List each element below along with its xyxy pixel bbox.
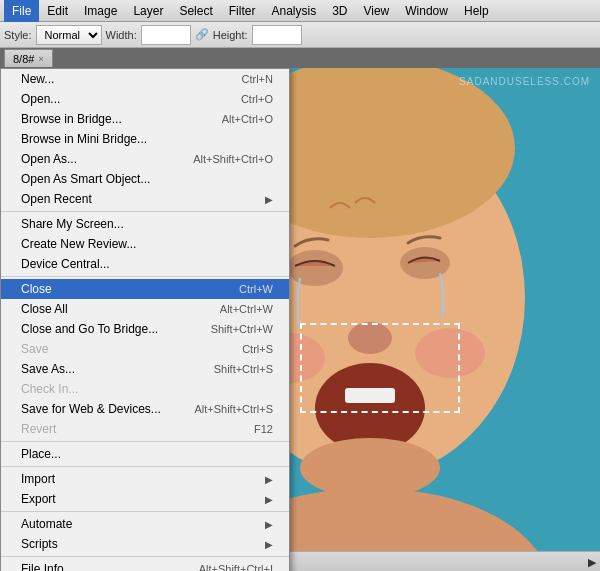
- menu-item-import[interactable]: Import ▶: [1, 469, 289, 489]
- separator-6: [1, 556, 289, 557]
- menu-item-open-recent[interactable]: Open Recent ▶: [1, 189, 289, 209]
- menu-analysis[interactable]: Analysis: [263, 0, 324, 22]
- menu-item-save: Save Ctrl+S: [1, 339, 289, 359]
- width-input[interactable]: [141, 25, 191, 45]
- menu-item-close-all[interactable]: Close All Alt+Ctrl+W: [1, 299, 289, 319]
- width-label: Width:: [106, 29, 137, 41]
- menu-item-export[interactable]: Export ▶: [1, 489, 289, 509]
- menu-view[interactable]: View: [355, 0, 397, 22]
- watermark: SADANDUSELESS.COM: [459, 76, 590, 87]
- menu-item-close[interactable]: Close Ctrl+W: [1, 279, 289, 299]
- toolbar: Style: Normal Width: 🔗 Height:: [0, 22, 600, 48]
- menu-item-save-web[interactable]: Save for Web & Devices... Alt+Shift+Ctrl…: [1, 399, 289, 419]
- tab-name: 8/8#: [13, 53, 34, 65]
- menu-item-close-bridge[interactable]: Close and Go To Bridge... Shift+Ctrl+W: [1, 319, 289, 339]
- scroll-right-icon[interactable]: ▶: [588, 556, 596, 569]
- menu-edit[interactable]: Edit: [39, 0, 76, 22]
- menu-item-place[interactable]: Place...: [1, 444, 289, 464]
- canvas-area: SADANDUSELESS.COM New... Ctrl+N Open... …: [0, 68, 600, 571]
- menu-item-open-smart[interactable]: Open As Smart Object...: [1, 169, 289, 189]
- menu-item-open[interactable]: Open... Ctrl+O: [1, 89, 289, 109]
- menu-item-revert: Revert F12: [1, 419, 289, 439]
- tab-close-button[interactable]: ×: [38, 54, 43, 64]
- svg-point-6: [348, 322, 392, 354]
- menu-3d[interactable]: 3D: [324, 0, 355, 22]
- menu-item-device-central[interactable]: Device Central...: [1, 254, 289, 274]
- menu-item-automate[interactable]: Automate ▶: [1, 514, 289, 534]
- document-tab[interactable]: 8/8# ×: [4, 49, 53, 67]
- svg-point-10: [415, 328, 485, 378]
- height-input[interactable]: [252, 25, 302, 45]
- svg-rect-8: [345, 388, 395, 403]
- lock-icon: 🔗: [195, 28, 209, 41]
- svg-point-12: [300, 438, 440, 498]
- menu-item-check-in: Check In...: [1, 379, 289, 399]
- separator-3: [1, 441, 289, 442]
- menu-item-save-as[interactable]: Save As... Shift+Ctrl+S: [1, 359, 289, 379]
- menu-filter[interactable]: Filter: [221, 0, 264, 22]
- menu-item-browse-mini-bridge[interactable]: Browse in Mini Bridge...: [1, 129, 289, 149]
- separator-5: [1, 511, 289, 512]
- svg-point-5: [400, 247, 450, 279]
- menu-image[interactable]: Image: [76, 0, 125, 22]
- menu-file[interactable]: File: [4, 0, 39, 22]
- svg-point-4: [287, 250, 343, 286]
- height-label: Height:: [213, 29, 248, 41]
- menu-item-new[interactable]: New... Ctrl+N: [1, 69, 289, 89]
- menu-select[interactable]: Select: [171, 0, 220, 22]
- style-select[interactable]: Normal: [36, 25, 102, 45]
- menu-item-file-info[interactable]: File Info... Alt+Shift+Ctrl+I: [1, 559, 289, 571]
- separator-4: [1, 466, 289, 467]
- menu-item-create-review[interactable]: Create New Review...: [1, 234, 289, 254]
- style-label: Style:: [4, 29, 32, 41]
- file-menu-dropdown: New... Ctrl+N Open... Ctrl+O Browse in B…: [0, 68, 290, 571]
- menu-layer[interactable]: Layer: [125, 0, 171, 22]
- menu-item-open-as[interactable]: Open As... Alt+Shift+Ctrl+O: [1, 149, 289, 169]
- tabbar: 8/8# ×: [0, 48, 600, 68]
- separator-1: [1, 211, 289, 212]
- menu-item-browse-bridge[interactable]: Browse in Bridge... Alt+Ctrl+O: [1, 109, 289, 129]
- menubar: File Edit Image Layer Select Filter Anal…: [0, 0, 600, 22]
- menu-item-scripts[interactable]: Scripts ▶: [1, 534, 289, 554]
- menu-help[interactable]: Help: [456, 0, 497, 22]
- menu-window[interactable]: Window: [397, 0, 456, 22]
- separator-2: [1, 276, 289, 277]
- menu-item-share-screen[interactable]: Share My Screen...: [1, 214, 289, 234]
